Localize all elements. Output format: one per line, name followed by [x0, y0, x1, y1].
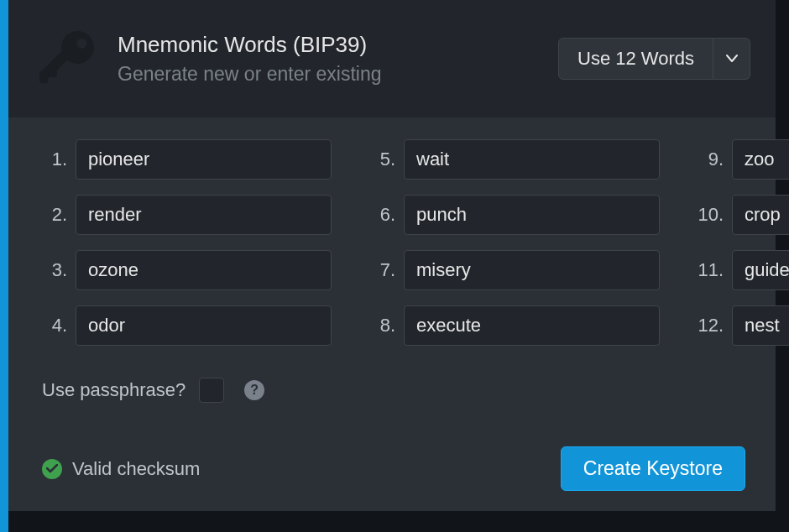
word-input-9[interactable]: [732, 139, 789, 180]
word-number: 7.: [367, 259, 395, 281]
panel-title: Mnemonic Words (BIP39): [118, 32, 540, 58]
word-input-3[interactable]: [76, 250, 332, 290]
word-input-2[interactable]: [76, 195, 332, 235]
word-number: 5.: [367, 149, 395, 170]
word-number: 6.: [367, 204, 395, 226]
word-cell: 1.: [39, 139, 332, 180]
word-count-label[interactable]: Use 12 Words: [558, 38, 713, 80]
word-number: 1.: [39, 149, 67, 170]
word-number: 10.: [695, 204, 724, 226]
word-input-7[interactable]: [404, 250, 660, 290]
check-circle-icon: [42, 459, 62, 479]
word-input-12[interactable]: [732, 305, 789, 346]
word-cell: 8.: [367, 305, 660, 346]
word-number: 2.: [39, 204, 67, 226]
word-cell: 9.: [695, 139, 789, 180]
word-cell: 6.: [367, 195, 660, 235]
mnemonic-grid: 1. 2. 3. 4. 5. 6.: [39, 139, 745, 346]
panel-header: Mnemonic Words (BIP39) Generate new or e…: [8, 0, 776, 117]
header-texts: Mnemonic Words (BIP39) Generate new or e…: [118, 32, 540, 86]
word-input-5[interactable]: [404, 139, 660, 180]
help-icon[interactable]: ?: [244, 380, 264, 400]
accent-bar: [0, 0, 8, 532]
word-cell: 7.: [367, 250, 660, 290]
word-cell: 2.: [39, 195, 332, 235]
word-input-6[interactable]: [404, 195, 660, 235]
key-icon: [34, 26, 99, 91]
svg-point-1: [76, 39, 86, 49]
status-text: Valid checksum: [72, 458, 200, 480]
word-cell: 12.: [695, 305, 789, 346]
word-input-1[interactable]: [76, 139, 332, 180]
word-cell: 3.: [39, 250, 332, 290]
checksum-status: Valid checksum: [42, 458, 200, 480]
word-number: 11.: [695, 259, 724, 281]
word-cell: 11.: [695, 250, 789, 290]
svg-rect-3: [39, 71, 48, 84]
word-cell: 10.: [695, 195, 789, 235]
word-input-8[interactable]: [404, 305, 660, 346]
mnemonic-panel: Mnemonic Words (BIP39) Generate new or e…: [8, 0, 776, 532]
passphrase-row: Use passphrase? ?: [39, 378, 745, 403]
panel-subtitle: Generate new or enter existing: [118, 63, 540, 86]
passphrase-label: Use passphrase?: [42, 379, 185, 401]
svg-rect-4: [50, 67, 58, 77]
panel-body: 1. 2. 3. 4. 5. 6.: [8, 117, 776, 511]
word-input-10[interactable]: [732, 195, 789, 235]
word-input-4[interactable]: [76, 305, 332, 346]
word-cell: 5.: [367, 139, 660, 180]
footer-row: Valid checksum Create Keystore: [39, 446, 745, 491]
word-count-selector[interactable]: Use 12 Words: [558, 38, 750, 80]
chevron-down-icon[interactable]: [713, 38, 750, 80]
word-number: 4.: [39, 315, 67, 336]
word-cell: 4.: [39, 305, 332, 346]
word-number: 8.: [367, 315, 395, 336]
create-keystore-button[interactable]: Create Keystore: [561, 446, 745, 491]
passphrase-checkbox[interactable]: [199, 378, 224, 403]
word-number: 9.: [695, 149, 724, 170]
word-number: 12.: [695, 315, 724, 336]
word-input-11[interactable]: [732, 250, 789, 290]
word-number: 3.: [39, 259, 67, 281]
